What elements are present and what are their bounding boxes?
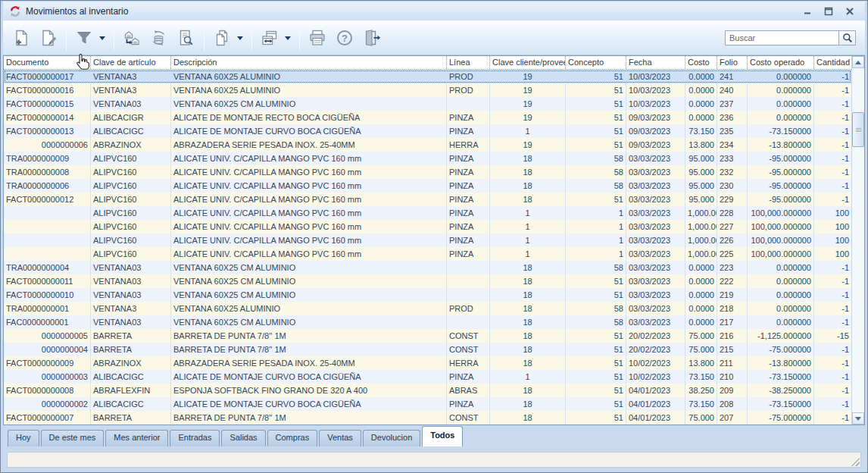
tab-hoy[interactable]: Hoy <box>8 430 39 446</box>
grid-body: FACT0000000017VENTANA3VENTANA 60X25 ALUM… <box>4 70 851 424</box>
cell-concepto: 51 <box>566 274 626 288</box>
column-header-descripci-n[interactable]: Descripción <box>171 56 447 69</box>
toolbar-separator <box>299 25 300 51</box>
cell-concepto: 58 <box>566 152 626 165</box>
filter-button[interactable] <box>70 23 98 52</box>
cell-costo: 73.150 <box>685 124 717 138</box>
cell-folio: 240 <box>717 83 748 97</box>
table-row[interactable]: FACT0000000008ABRAFLEXFINESPONJA SOFTBAC… <box>4 384 851 397</box>
column-header-documento[interactable]: Documento <box>4 56 91 69</box>
table-row[interactable]: FAC0000000001VENTANA03VENTANA 60X25 CM A… <box>4 315 851 329</box>
search-input[interactable] <box>725 30 838 45</box>
recost-inventory-button[interactable] <box>145 23 173 52</box>
cell-descripci-n: ALICATE DE MONTAJE CURVO BOCA CIGÜEÑA <box>171 124 447 138</box>
new-document-button[interactable] <box>8 23 35 52</box>
cell-l-nea: PINZA <box>447 111 490 124</box>
toolbar-separator <box>66 25 67 51</box>
column-header-clave-cliente-proveedor[interactable]: Clave cliente/proveedor <box>490 56 566 69</box>
table-row[interactable]: FACT0000000015VENTANA03VENTANA 60X25 CM … <box>4 97 851 111</box>
table-row[interactable]: FACT0000000017VENTANA3VENTANA 60X25 ALUM… <box>4 70 851 83</box>
tab-todos[interactable]: Todos <box>422 426 463 446</box>
window-swap-button[interactable] <box>256 23 283 52</box>
warehouse-transfer-button[interactable] <box>118 23 145 52</box>
window-swap-dropdown-arrow[interactable] <box>285 36 291 40</box>
inventory-grid: DocumentoClave de artículoDescripciónLín… <box>3 55 865 425</box>
tab-devolucion[interactable]: Devolucion <box>363 430 420 446</box>
cell-concepto: 51 <box>566 397 626 411</box>
edit-document-button[interactable] <box>35 23 62 52</box>
table-row[interactable]: FACT0000000012ALIPVC160ALICATE UNIV. C/C… <box>4 193 851 206</box>
table-row[interactable]: TRA0000000001VENTANA3VENTANA 60X25 ALUMI… <box>4 302 851 315</box>
column-header-costo-operado[interactable]: Costo operado <box>748 56 814 69</box>
cell-clave-cliente-proveedor: 18 <box>490 261 566 274</box>
close-button[interactable] <box>844 6 856 17</box>
cell-clave-de-art-culo: ALIPVC160 <box>91 152 171 165</box>
table-row[interactable]: ALIPVC160ALICATE UNIV. C/CAPILLA MANGO P… <box>4 247 851 261</box>
cell-clave-de-art-culo: ALIPVC160 <box>91 179 171 193</box>
table-row[interactable]: 0000000006ABRAZINOXABRAZADERA SERIE PESA… <box>4 138 851 152</box>
table-row[interactable]: 0000000003ALIBCACIGCALICATE DE MONTAJE C… <box>4 370 851 384</box>
tab-compras[interactable]: Compras <box>267 430 318 446</box>
scroll-down-button[interactable] <box>852 412 864 424</box>
table-row[interactable]: FACT0000000009ABRAZINOXABRAZADERA SERIE … <box>4 356 851 370</box>
resize-grip[interactable] <box>850 456 860 466</box>
column-header-concepto[interactable]: Concepto <box>566 56 626 69</box>
table-row[interactable]: FACT0000000010VENTANA03VENTANA 60X25 CM … <box>4 288 851 302</box>
search-button[interactable] <box>838 30 856 45</box>
table-row[interactable]: ALIPVC160ALICATE UNIV. C/CAPILLA MANGO P… <box>4 206 851 220</box>
scrollbar-track[interactable] <box>852 68 864 412</box>
table-row[interactable]: 0000000005BARRETABARRETA DE PUNTA 7/8'' … <box>4 329 851 343</box>
document-view-button[interactable] <box>173 23 200 52</box>
table-row[interactable]: FACT0000000011VENTANA03VENTANA 60X25 CM … <box>4 274 851 288</box>
column-header-costo[interactable]: Costo <box>685 56 717 69</box>
tab-de-este-mes[interactable]: De este mes <box>41 430 105 446</box>
scrollbar-thumb[interactable] <box>852 112 864 147</box>
table-row[interactable]: TRA0000000004VENTANA03VENTANA 60X25 CM A… <box>4 261 851 274</box>
table-row[interactable]: 0000000004BARRETABARRETA DE PUNTA 7/8'' … <box>4 343 851 356</box>
column-header-clave-de-art-culo[interactable]: Clave de artículo <box>91 56 171 69</box>
table-row[interactable]: FACT0000000016VENTANA3VENTANA 60X25 ALUM… <box>4 83 851 97</box>
cell-concepto: 58 <box>566 315 626 329</box>
help-button[interactable]: ? <box>331 23 358 52</box>
table-row[interactable]: ALIPVC160ALICATE UNIV. C/CAPILLA MANGO P… <box>4 220 851 233</box>
tab-salidas[interactable]: Salidas <box>221 430 265 446</box>
tab-entradas[interactable]: Entradas <box>170 430 220 446</box>
cell-concepto: 58 <box>566 165 626 179</box>
scroll-up-button[interactable] <box>852 56 864 68</box>
cell-l-nea <box>447 274 490 288</box>
column-header-folio[interactable]: Folio <box>717 56 748 69</box>
tab-ventas[interactable]: Ventas <box>319 430 361 446</box>
cell-descripci-n: ABRAZADERA SERIE PESADA INOX. 25-40MM <box>171 356 447 370</box>
cell-clave-de-art-culo: ALIPVC160 <box>91 247 171 261</box>
column-header-cantidad[interactable]: Cantidad <box>814 56 851 69</box>
cell-folio: 210 <box>717 370 748 384</box>
minimize-button[interactable] <box>801 6 813 17</box>
column-header-fecha[interactable]: Fecha <box>626 56 685 69</box>
exit-button[interactable] <box>358 23 386 52</box>
table-row[interactable]: 0000000002ALIBCACIGCALICATE DE MONTAJE C… <box>4 397 851 411</box>
cell-documento: FACT0000000011 <box>4 274 91 288</box>
print-button[interactable] <box>304 23 331 52</box>
table-row[interactable]: FACT0000000013ALIBCACIGCALICATE DE MONTA… <box>4 124 851 138</box>
copy-dropdown-arrow[interactable] <box>237 36 243 40</box>
cell-costo: 73.150 <box>685 370 717 384</box>
column-header-l-nea[interactable]: Línea <box>447 56 490 69</box>
table-row[interactable]: TRA0000000009ALIPVC160ALICATE UNIV. C/CA… <box>4 152 851 165</box>
tab-mes-anterior[interactable]: Mes anterior <box>105 430 168 446</box>
table-row[interactable]: TRA0000000008ALIPVC160ALICATE UNIV. C/CA… <box>4 165 851 179</box>
vertical-scrollbar[interactable] <box>851 56 864 424</box>
cell-costo-operado: 0.000000 <box>748 111 814 124</box>
filter-dropdown-arrow[interactable] <box>99 36 105 40</box>
cell-fecha: 09/03/2023 <box>626 138 685 152</box>
copy-button[interactable] <box>208 23 236 52</box>
cell-fecha: 10/03/2023 <box>626 83 685 97</box>
restore-button[interactable] <box>823 6 835 17</box>
cell-documento: TRA0000000006 <box>4 179 91 193</box>
table-row[interactable]: FACT0000000014ALIBCACIGRALICATE DE MONTA… <box>4 111 851 124</box>
table-row[interactable]: FACT0000000007BARRETABARRETA DE PUNTA 7/… <box>4 411 851 424</box>
table-row[interactable]: ALIPVC160ALICATE UNIV. C/CAPILLA MANGO P… <box>4 233 851 247</box>
cell-costo: 13.800 <box>685 356 717 370</box>
cell-costo-operado: -38.250000 <box>748 384 814 397</box>
table-row[interactable]: TRA0000000006ALIPVC160ALICATE UNIV. C/CA… <box>4 179 851 193</box>
cell-folio: 237 <box>717 97 748 111</box>
